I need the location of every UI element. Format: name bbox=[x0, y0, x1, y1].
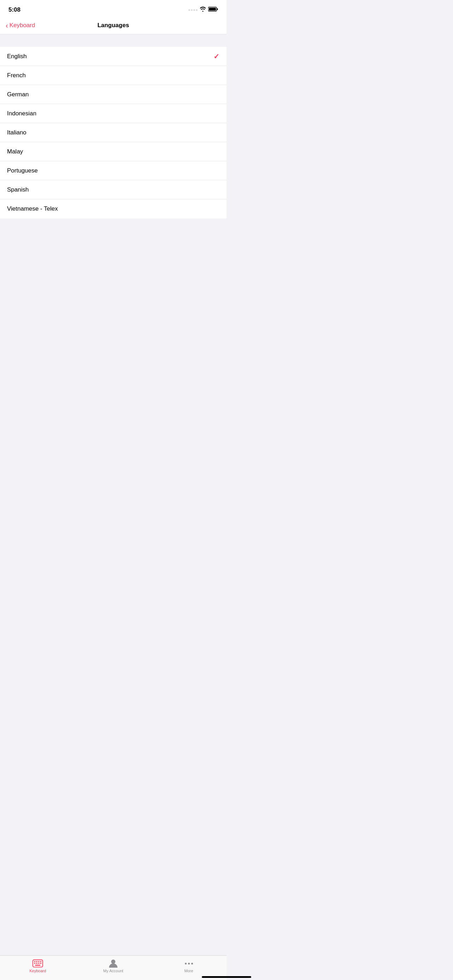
list-item[interactable]: Indonesian bbox=[0, 104, 227, 123]
language-label: French bbox=[7, 72, 26, 79]
list-item[interactable]: Italiano bbox=[0, 123, 227, 142]
back-button[interactable]: ‹ Keyboard bbox=[6, 22, 35, 29]
list-item[interactable]: Vietnamese - Telex bbox=[0, 199, 227, 218]
signal-icon bbox=[188, 9, 197, 11]
list-item[interactable]: English✓ bbox=[0, 47, 227, 66]
page-title: Languages bbox=[97, 22, 129, 29]
language-label: Portuguese bbox=[7, 167, 38, 174]
status-time: 5:08 bbox=[8, 6, 21, 13]
language-label: English bbox=[7, 53, 27, 60]
nav-header: ‹ Keyboard Languages bbox=[0, 18, 227, 34]
section-gap bbox=[0, 34, 227, 47]
content-area bbox=[0, 218, 227, 437]
language-label: Vietnamese - Telex bbox=[7, 205, 58, 212]
list-item[interactable]: French bbox=[0, 66, 227, 85]
language-label: Indonesian bbox=[7, 110, 37, 117]
list-item[interactable]: Malay bbox=[0, 142, 227, 161]
svg-rect-2 bbox=[217, 8, 218, 10]
back-label: Keyboard bbox=[10, 22, 35, 29]
list-item[interactable]: Spanish bbox=[0, 180, 227, 199]
status-bar: 5:08 bbox=[0, 0, 227, 18]
wifi-icon bbox=[200, 7, 206, 13]
battery-icon bbox=[208, 7, 218, 13]
language-label: Spanish bbox=[7, 186, 29, 193]
list-item[interactable]: Portuguese bbox=[0, 161, 227, 180]
list-item[interactable]: German bbox=[0, 85, 227, 104]
back-chevron-icon: ‹ bbox=[6, 22, 8, 29]
language-label: Malay bbox=[7, 148, 23, 155]
status-icons bbox=[188, 7, 218, 13]
language-list: English✓FrenchGermanIndonesianItalianoMa… bbox=[0, 47, 227, 218]
language-label: Italiano bbox=[7, 129, 27, 136]
language-label: German bbox=[7, 91, 29, 98]
svg-rect-1 bbox=[209, 8, 216, 11]
checkmark-icon: ✓ bbox=[213, 52, 219, 60]
